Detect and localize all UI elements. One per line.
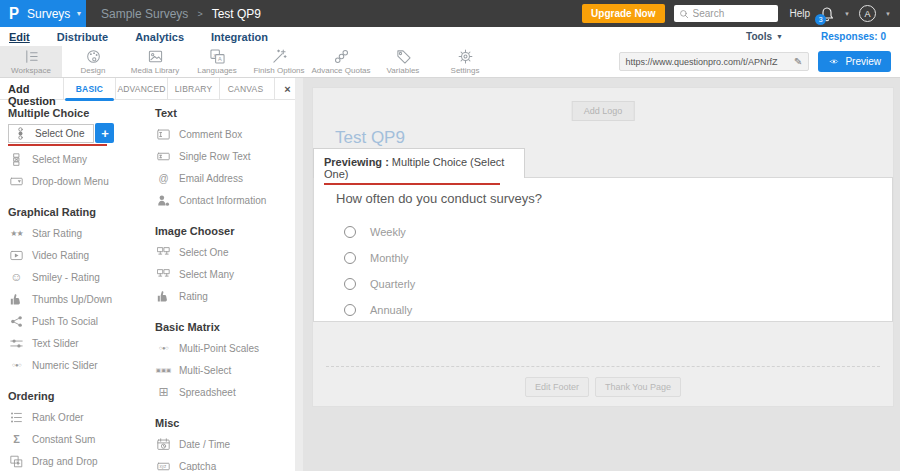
add-logo-button[interactable]: Add Logo <box>572 101 635 121</box>
question-type-captcha[interactable]: Captcha <box>155 455 300 471</box>
question-type-rank-order[interactable]: Rank Order <box>8 406 147 428</box>
dropdown-icon <box>8 175 25 188</box>
question-type-date-time[interactable]: Date / Time <box>155 433 300 455</box>
answer-option-weekly[interactable]: Weekly <box>344 219 892 245</box>
question-type-constant-sum[interactable]: Σ Constant Sum <box>8 428 147 450</box>
notification-count-badge: 3 <box>815 14 826 25</box>
toolbar-tab-workspace[interactable]: Workspace <box>0 46 62 77</box>
toolbar-tab-advance-quotas[interactable]: Advance Quotas <box>310 46 372 77</box>
radio-button-icon[interactable] <box>344 278 356 290</box>
nav-tab-distribute[interactable]: Distribute <box>57 31 108 43</box>
active-item-red-underline <box>8 144 107 146</box>
upgrade-now-button[interactable]: Upgrade Now <box>582 4 664 23</box>
at-icon: @ <box>155 173 172 184</box>
questionpro-logo-icon: P <box>9 5 19 23</box>
edit-toolbar: Workspace Design Media Library Languages… <box>0 46 900 78</box>
panel-tab-advanced[interactable]: ADVANCED <box>115 78 167 99</box>
question-type-spreadsheet[interactable]: ⊞ Spreadsheet <box>155 381 300 403</box>
survey-title[interactable]: Test QP9 <box>335 128 405 148</box>
image-icon <box>148 49 163 64</box>
toolbar-tab-languages[interactable]: Languages <box>186 46 248 77</box>
toolbar-tab-media-library[interactable]: Media Library <box>124 46 186 77</box>
question-type-select-one[interactable]: Select One <box>8 124 94 143</box>
answer-option-quarterly[interactable]: Quarterly <box>344 271 892 297</box>
surveys-menu[interactable]: Surveys ▼ <box>27 7 82 21</box>
question-type-image-rating[interactable]: Rating <box>155 285 300 307</box>
question-type-contact-information[interactable]: Contact Information <box>155 189 300 211</box>
question-type-multi-point-scales[interactable]: ○●○ Multi-Point Scales <box>155 337 300 359</box>
breadcrumb: Sample Surveys > Test QP9 <box>101 7 261 21</box>
question-type-text-slider[interactable]: Text Slider <box>8 332 147 354</box>
section-heading-text: Text <box>155 107 300 119</box>
edit-url-pencil-icon[interactable]: ✎ <box>792 56 808 67</box>
toolbar-tab-settings[interactable]: Settings <box>434 46 496 77</box>
question-type-comment-box[interactable]: Comment Box <box>155 123 300 145</box>
survey-nav-row: Edit Distribute Analytics Integration To… <box>0 27 900 46</box>
add-question-panel: Add Question BASIC ADVANCED LIBRARY CANV… <box>0 78 300 471</box>
search-input[interactable] <box>693 8 771 19</box>
question-type-email-address[interactable]: @ Email Address <box>155 167 300 189</box>
nav-tab-edit[interactable]: Edit <box>9 31 30 43</box>
search-box[interactable] <box>674 5 778 22</box>
app-logo-section[interactable]: P Surveys ▼ <box>0 0 86 27</box>
question-type-image-select-many[interactable]: Select Many <box>155 263 300 285</box>
answer-option-annually[interactable]: Annually <box>344 297 892 323</box>
previewing-red-underline <box>324 183 500 185</box>
responses-count[interactable]: Responses: 0 <box>821 31 886 42</box>
thank-you-page-button[interactable]: Thank You Page <box>595 377 681 397</box>
thumb-icon <box>8 293 25 306</box>
translate-icon <box>210 49 225 64</box>
question-type-image-select-one[interactable]: Select One <box>155 241 300 263</box>
question-type-video-rating[interactable]: Video Rating <box>8 244 147 266</box>
single-row-icon <box>155 150 172 163</box>
question-type-smiley-rating[interactable]: ☺ Smiley - Rating <box>8 266 147 288</box>
add-select-one-button[interactable]: + <box>95 123 114 143</box>
multi-point-icon: ○●○ <box>155 345 172 351</box>
radio-button-icon[interactable] <box>344 252 356 264</box>
previewing-tab: Previewing : Multiple Choice (Select One… <box>313 148 525 178</box>
question-type-thumbs-up-down[interactable]: Thumbs Up/Down <box>8 288 147 310</box>
question-type-star-rating[interactable]: ★★ Star Rating <box>8 222 147 244</box>
panel-tab-library[interactable]: LIBRARY <box>167 78 219 99</box>
notifications-bell-icon[interactable]: 3 <box>819 6 835 22</box>
preview-button[interactable]: Preview <box>818 51 891 72</box>
nav-tab-analytics[interactable]: Analytics <box>135 31 184 43</box>
radio-button-icon[interactable] <box>344 226 356 238</box>
share-icon <box>8 315 25 328</box>
answer-option-monthly[interactable]: Monthly <box>344 245 892 271</box>
question-type-single-row-text[interactable]: Single Row Text <box>155 145 300 167</box>
help-link[interactable]: Help <box>790 8 811 19</box>
video-icon <box>8 249 25 262</box>
panel-scrollbar[interactable] <box>295 78 303 471</box>
panel-tab-basic[interactable]: BASIC <box>63 78 115 99</box>
image-rating-icon <box>155 290 172 303</box>
comment-box-icon <box>155 128 172 141</box>
avatar[interactable]: A <box>859 5 876 22</box>
survey-url-input[interactable] <box>620 57 792 67</box>
question-type-push-to-social[interactable]: Push To Social <box>8 310 147 332</box>
tools-dropdown[interactable]: Tools ▼ <box>746 31 783 42</box>
caret-down-icon[interactable]: ▼ <box>844 11 850 17</box>
caret-down-icon: ▼ <box>75 10 82 17</box>
gear-icon <box>458 49 473 64</box>
question-type-dropdown-menu[interactable]: Drop-down Menu <box>8 170 147 192</box>
edit-footer-button[interactable]: Edit Footer <box>525 377 589 397</box>
workspace-icon <box>24 49 39 64</box>
smiley-icon: ☺ <box>8 270 25 284</box>
top-bar: P Surveys ▼ Sample Surveys > Test QP9 Up… <box>0 0 900 27</box>
question-type-drag-and-drop[interactable]: Drag and Drop <box>8 450 147 471</box>
radio-button-icon[interactable] <box>344 304 356 316</box>
toolbar-tab-finish-options[interactable]: Finish Options <box>248 46 310 77</box>
section-heading-basic-matrix: Basic Matrix <box>155 321 300 333</box>
caret-down-icon[interactable]: ▼ <box>885 11 891 17</box>
question-type-select-many[interactable]: Select Many <box>8 148 147 170</box>
eye-icon <box>828 57 840 66</box>
toolbar-tab-design[interactable]: Design <box>62 46 124 77</box>
image-select-icon <box>155 246 172 259</box>
panel-tab-canvas[interactable]: CANVAS <box>219 78 271 99</box>
nav-tab-integration[interactable]: Integration <box>211 31 268 43</box>
toolbar-tab-variables[interactable]: Variables <box>372 46 434 77</box>
question-type-multi-select[interactable]: ▣▣▣ Multi-Select <box>155 359 300 381</box>
breadcrumb-parent[interactable]: Sample Surveys <box>101 7 188 21</box>
question-type-numeric-slider[interactable]: ○●○ Numeric Slider <box>8 354 147 376</box>
